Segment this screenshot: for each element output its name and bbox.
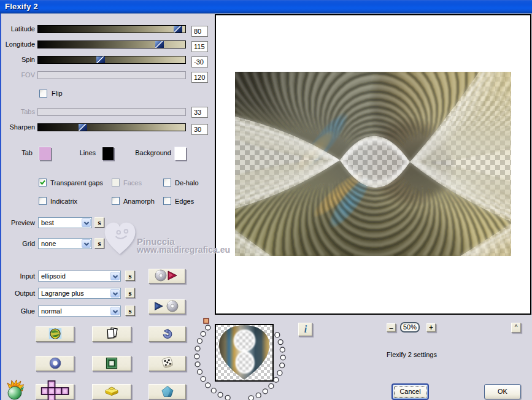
svg-text:i: i: [304, 324, 307, 334]
